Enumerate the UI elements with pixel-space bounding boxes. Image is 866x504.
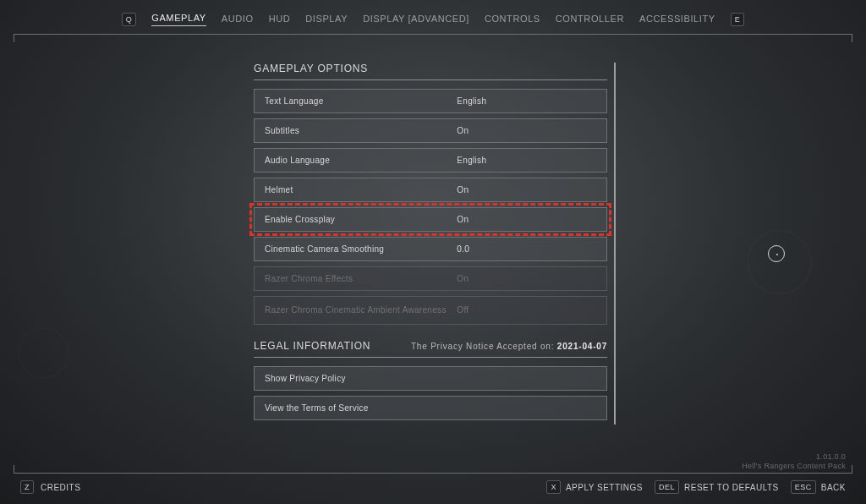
option-value: English (457, 156, 596, 165)
option-razer-chroma-ambient: Razer Chroma Cinematic Ambient Awareness… (254, 296, 607, 325)
option-label: Razer Chroma Effects (265, 274, 457, 283)
prev-tab-key: Q (122, 13, 137, 26)
credits-key: Z (20, 480, 34, 494)
version-number: 1.01.0.0 (742, 452, 846, 463)
footer-left: Z CREDITS (20, 480, 80, 494)
reset-label: RESET TO DEFAULTS (684, 483, 779, 492)
back-button[interactable]: ESC BACK (791, 480, 846, 494)
reset-key: DEL (655, 480, 679, 494)
option-label: Helmet (265, 185, 457, 194)
apply-label: APPLY SETTINGS (566, 483, 643, 492)
tab-hud[interactable]: HUD (269, 14, 291, 26)
option-label: Subtitles (265, 126, 457, 135)
option-value: Off (457, 305, 596, 315)
section-gameplay-options: GAMEPLAY OPTIONS (254, 63, 607, 80)
option-label: Audio Language (265, 156, 457, 165)
option-value: 0.0 (457, 244, 596, 254)
section-title: LEGAL INFORMATION (254, 340, 370, 352)
option-value: On (457, 274, 596, 283)
option-helmet[interactable]: Helmet On (254, 178, 607, 202)
tab-accessibility[interactable]: ACCESSIBILITY (639, 14, 715, 26)
frame-line-bottom (14, 473, 852, 474)
option-value: On (457, 215, 596, 224)
tab-controls[interactable]: CONTROLS (485, 14, 540, 26)
link-privacy-policy[interactable]: Show Privacy Policy (254, 366, 607, 391)
apply-settings-button[interactable]: X APPLY SETTINGS (546, 480, 643, 494)
option-cinematic-camera-smoothing[interactable]: Cinematic Camera Smoothing 0.0 (254, 237, 607, 261)
settings-tabs: Q GAMEPLAY AUDIO HUD DISPLAY DISPLAY [AD… (0, 10, 866, 29)
credits-button[interactable]: CREDITS (41, 483, 80, 492)
section-legal-information: LEGAL INFORMATION The Privacy Notice Acc… (254, 340, 607, 358)
next-tab-key: E (731, 13, 745, 26)
version-info: 1.01.0.0 Hell's Rangers Content Pack (742, 452, 846, 472)
reset-defaults-button[interactable]: DEL RESET TO DEFAULTS (655, 480, 779, 494)
back-label: BACK (821, 483, 846, 492)
privacy-accepted-on: The Privacy Notice Accepted on: 2021-04-… (411, 342, 607, 351)
option-label: Text Language (265, 96, 457, 106)
options-panel: GAMEPLAY OPTIONS Text Language English S… (254, 63, 607, 425)
option-label: Razer Chroma Cinematic Ambient Awareness (265, 305, 457, 315)
frame-line-top (14, 34, 852, 35)
option-text-language[interactable]: Text Language English (254, 89, 607, 113)
option-value: On (457, 126, 596, 135)
tab-gameplay[interactable]: GAMEPLAY (151, 13, 206, 26)
link-label: Show Privacy Policy (265, 374, 457, 383)
footer-right: X APPLY SETTINGS DEL RESET TO DEFAULTS E… (546, 480, 846, 494)
option-audio-language[interactable]: Audio Language English (254, 148, 607, 173)
back-key: ESC (791, 480, 816, 494)
option-razer-chroma-effects: Razer Chroma Effects On (254, 266, 607, 291)
option-subtitles[interactable]: Subtitles On (254, 118, 607, 143)
option-value: English (457, 96, 596, 106)
link-label: View the Terms of Service (265, 403, 457, 413)
version-pack: Hell's Rangers Content Pack (742, 462, 846, 472)
option-value: On (457, 185, 596, 194)
option-enable-crossplay[interactable]: Enable Crossplay On (254, 207, 607, 232)
option-label: Cinematic Camera Smoothing (265, 244, 457, 254)
tab-audio[interactable]: AUDIO (222, 14, 254, 26)
cursor-ring-icon (768, 245, 785, 262)
section-title: GAMEPLAY OPTIONS (254, 63, 368, 74)
option-label: Enable Crossplay (265, 215, 457, 224)
tab-display[interactable]: DISPLAY (305, 14, 348, 26)
scrollbar[interactable] (614, 63, 616, 425)
link-terms-of-service[interactable]: View the Terms of Service (254, 396, 607, 420)
tab-controller[interactable]: CONTROLLER (556, 14, 624, 26)
tab-display-advanced[interactable]: DISPLAY [ADVANCED] (363, 14, 469, 26)
apply-key: X (546, 480, 561, 494)
